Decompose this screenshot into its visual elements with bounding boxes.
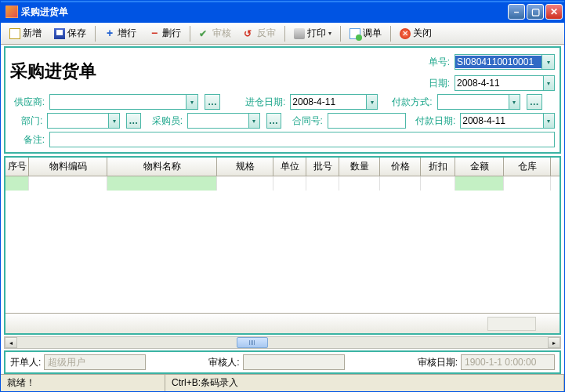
date-field[interactable]: ▾	[455, 75, 555, 91]
minimize-button[interactable]: –	[508, 4, 525, 20]
chevron-down-icon[interactable]: ▾	[186, 95, 197, 109]
delete-row-button[interactable]: −删行	[143, 24, 187, 42]
col-unit[interactable]: 单位	[273, 158, 306, 176]
number-field[interactable]: SI0804110010001▾	[455, 54, 555, 70]
table-row[interactable]	[5, 176, 560, 191]
col-index[interactable]: 序号	[5, 158, 29, 176]
chevron-down-icon[interactable]: ▾	[541, 55, 554, 69]
signature-panel: 开单人: 超级用户 审核人: 审核日期: 1900-1-1 0:00:00	[4, 350, 561, 374]
close-button[interactable]: ✕关闭	[394, 24, 437, 42]
approve-button[interactable]: ✔审核	[194, 24, 237, 42]
col-material-name[interactable]: 物料名称	[107, 158, 217, 176]
col-spec[interactable]: 规格	[217, 158, 273, 176]
col-batch[interactable]: 批号	[306, 158, 339, 176]
col-discount[interactable]: 折扣	[421, 158, 455, 176]
remark-label: 备注:	[10, 133, 45, 147]
status-ready: 就绪！	[1, 375, 165, 391]
col-amount[interactable]: 金额	[455, 158, 504, 176]
data-grid: 序号 物料编码 物料名称 规格 单位 批号 数量 价格 折扣 金额 仓库	[4, 156, 561, 335]
chevron-down-icon[interactable]: ▾	[108, 114, 119, 128]
document-title: 采购进货单	[10, 60, 429, 83]
col-price[interactable]: 价格	[380, 158, 421, 176]
toolbar: 新增 保存 +增行 −删行 ✔审核 ↺反审 打印▾ 调单 ✕关闭	[1, 23, 564, 45]
status-hint: Ctrl+B:条码录入	[165, 375, 564, 391]
chevron-down-icon[interactable]: ▾	[248, 114, 259, 128]
window: 采购进货单 – ▢ ✕ 新增 保存 +增行 −删行 ✔审核 ↺反审 打印▾ 调单…	[0, 0, 565, 392]
supplier-combo[interactable]: ▾	[49, 94, 198, 110]
printer-icon	[294, 28, 305, 39]
close-window-button[interactable]: ✕	[545, 4, 563, 20]
app-icon	[5, 5, 18, 18]
maximize-button[interactable]: ▢	[527, 4, 544, 20]
footer-sum-box	[487, 317, 536, 331]
buyer-label: 采购员:	[152, 114, 183, 128]
buyer-lookup-button[interactable]: …	[266, 113, 281, 129]
buyer-combo[interactable]: ▾	[187, 113, 259, 129]
plus-icon: +	[104, 28, 115, 39]
col-material-code[interactable]: 物料编码	[29, 158, 107, 176]
new-button[interactable]: 新增	[4, 24, 47, 42]
pay-method-combo[interactable]: ▾	[437, 94, 520, 110]
scroll-left-button[interactable]: ◂	[5, 337, 17, 348]
auditor-label: 审核人:	[208, 356, 239, 369]
grid-body[interactable]	[5, 176, 560, 313]
audit-date-label: 审核日期:	[418, 356, 458, 369]
dept-combo[interactable]: ▾	[47, 113, 119, 129]
auditor-field	[243, 354, 345, 370]
adjust-button[interactable]: 调单	[344, 24, 387, 42]
pay-method-label: 付款方式:	[392, 96, 432, 109]
check-icon: ✔	[199, 28, 210, 39]
add-row-button[interactable]: +增行	[99, 24, 142, 42]
new-icon	[9, 28, 20, 39]
grid-footer	[5, 313, 560, 333]
dept-label: 部门:	[10, 114, 42, 128]
unapprove-button[interactable]: ↺反审	[238, 24, 281, 42]
creator-field: 超级用户	[44, 354, 146, 370]
chevron-down-icon[interactable]: ▾	[366, 95, 377, 109]
pay-date-label: 付款日期:	[415, 114, 455, 128]
header-panel: 采购进货单 单号: SI0804110010001▾ 日期: ▾ 供应商: ▾ …	[4, 46, 561, 154]
remark-field[interactable]	[49, 132, 555, 147]
date-label: 日期:	[429, 77, 450, 90]
chevron-down-icon[interactable]: ▾	[543, 114, 554, 128]
chevron-down-icon: ▾	[328, 30, 331, 37]
contract-field[interactable]	[328, 113, 406, 129]
col-qty[interactable]: 数量	[339, 158, 380, 176]
minus-icon: −	[149, 28, 160, 39]
grid-header: 序号 物料编码 物料名称 规格 单位 批号 数量 价格 折扣 金额 仓库	[5, 158, 560, 176]
scroll-track[interactable]	[17, 337, 548, 348]
save-button[interactable]: 保存	[49, 24, 92, 42]
chevron-down-icon[interactable]: ▾	[543, 76, 554, 90]
number-label: 单号:	[429, 56, 450, 69]
print-button[interactable]: 打印▾	[288, 24, 337, 42]
horizontal-scrollbar[interactable]: ◂ ▸	[4, 336, 561, 349]
status-bar: 就绪！ Ctrl+B:条码录入	[1, 374, 564, 391]
supplier-label: 供应商:	[10, 96, 45, 109]
pay-date-field[interactable]: ▾	[460, 113, 555, 129]
titlebar[interactable]: 采购进货单 – ▢ ✕	[1, 1, 564, 23]
save-icon	[54, 28, 65, 39]
chevron-down-icon[interactable]: ▾	[509, 95, 520, 109]
close-icon: ✕	[400, 28, 411, 39]
col-warehouse[interactable]: 仓库	[504, 158, 551, 176]
undo-icon: ↺	[244, 28, 255, 39]
adjust-icon	[350, 28, 360, 39]
scroll-thumb[interactable]	[237, 337, 268, 348]
creator-label: 开单人:	[10, 356, 41, 369]
audit-date-field: 1900-1-1 0:00:00	[461, 354, 555, 370]
window-title: 采购进货单	[21, 5, 508, 19]
pay-method-lookup-button[interactable]: …	[527, 94, 542, 110]
dept-lookup-button[interactable]: …	[126, 113, 141, 129]
content: 采购进货单 单号: SI0804110010001▾ 日期: ▾ 供应商: ▾ …	[1, 45, 564, 374]
in-date-field[interactable]: ▾	[290, 94, 378, 110]
in-date-label: 进仓日期:	[245, 96, 285, 109]
scroll-right-button[interactable]: ▸	[548, 337, 560, 348]
contract-label: 合同号:	[292, 114, 323, 128]
supplier-lookup-button[interactable]: …	[205, 94, 220, 110]
